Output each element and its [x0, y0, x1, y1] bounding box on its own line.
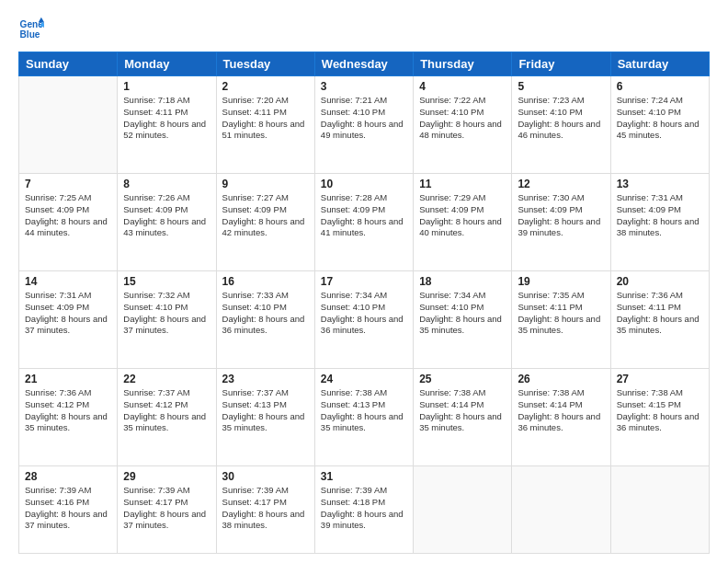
calendar-cell: 8Sunrise: 7:26 AMSunset: 4:09 PMDaylight…	[118, 173, 216, 270]
calendar-cell: 1Sunrise: 7:18 AMSunset: 4:11 PMDaylight…	[118, 76, 216, 174]
day-info: Sunrise: 7:38 AMSunset: 4:14 PMDaylight:…	[419, 387, 506, 434]
calendar-cell: 11Sunrise: 7:29 AMSunset: 4:09 PMDayligh…	[414, 173, 512, 270]
day-number: 27	[617, 373, 703, 385]
daylight-text: Daylight: 8 hours and38 minutes.	[222, 509, 309, 533]
calendar-cell: 12Sunrise: 7:30 AMSunset: 4:09 PMDayligh…	[512, 173, 610, 270]
day-info: Sunrise: 7:21 AMSunset: 4:10 PMDaylight:…	[321, 95, 407, 142]
day-number: 10	[321, 178, 407, 190]
calendar-cell	[19, 76, 118, 174]
day-number: 29	[123, 470, 210, 483]
sunset-text: Sunset: 4:15 PM	[617, 399, 703, 411]
daylight-text: Daylight: 8 hours and36 minutes.	[617, 411, 703, 435]
day-info: Sunrise: 7:31 AMSunset: 4:09 PMDaylight:…	[617, 192, 703, 239]
day-number: 12	[518, 178, 604, 190]
sunrise-text: Sunrise: 7:29 AM	[419, 192, 506, 204]
day-info: Sunrise: 7:27 AMSunset: 4:09 PMDaylight:…	[222, 192, 309, 239]
sunrise-text: Sunrise: 7:36 AM	[617, 290, 703, 302]
day-number: 11	[419, 178, 506, 190]
sunrise-text: Sunrise: 7:25 AM	[25, 192, 111, 204]
day-number: 31	[321, 470, 407, 483]
daylight-text: Daylight: 8 hours and45 minutes.	[617, 119, 703, 143]
day-number: 19	[518, 275, 604, 288]
daylight-text: Daylight: 8 hours and35 minutes.	[123, 411, 210, 435]
day-info: Sunrise: 7:34 AMSunset: 4:10 PMDaylight:…	[321, 290, 407, 337]
calendar-cell: 30Sunrise: 7:39 AMSunset: 4:17 PMDayligh…	[216, 465, 314, 553]
calendar-cell: 28Sunrise: 7:39 AMSunset: 4:16 PMDayligh…	[19, 465, 118, 553]
day-info: Sunrise: 7:24 AMSunset: 4:10 PMDaylight:…	[617, 95, 703, 142]
sunrise-text: Sunrise: 7:37 AM	[123, 387, 210, 399]
svg-text:Blue: Blue	[20, 29, 40, 40]
daylight-text: Daylight: 8 hours and49 minutes.	[321, 119, 407, 143]
page: General Blue SundayMondayTuesdayWednesda…	[0, 0, 728, 563]
daylight-text: Daylight: 8 hours and52 minutes.	[123, 119, 210, 143]
day-number: 28	[25, 470, 111, 483]
day-info: Sunrise: 7:36 AMSunset: 4:11 PMDaylight:…	[617, 290, 703, 337]
daylight-text: Daylight: 8 hours and39 minutes.	[518, 216, 604, 240]
sunset-text: Sunset: 4:10 PM	[123, 302, 210, 314]
week-row-1: 1Sunrise: 7:18 AMSunset: 4:11 PMDaylight…	[19, 76, 710, 174]
day-number: 18	[419, 275, 506, 288]
week-row-2: 7Sunrise: 7:25 AMSunset: 4:09 PMDaylight…	[19, 173, 710, 270]
sunrise-text: Sunrise: 7:39 AM	[321, 485, 407, 497]
sunrise-text: Sunrise: 7:32 AM	[123, 290, 210, 302]
daylight-text: Daylight: 8 hours and35 minutes.	[222, 411, 309, 435]
sunrise-text: Sunrise: 7:20 AM	[222, 95, 309, 107]
calendar-cell	[512, 465, 610, 553]
calendar-cell: 24Sunrise: 7:38 AMSunset: 4:13 PMDayligh…	[314, 368, 413, 465]
calendar-cell: 18Sunrise: 7:34 AMSunset: 4:10 PMDayligh…	[414, 270, 512, 368]
day-info: Sunrise: 7:18 AMSunset: 4:11 PMDaylight:…	[123, 95, 210, 142]
day-info: Sunrise: 7:39 AMSunset: 4:17 PMDaylight:…	[222, 485, 309, 532]
daylight-text: Daylight: 8 hours and51 minutes.	[222, 119, 309, 143]
day-info: Sunrise: 7:28 AMSunset: 4:09 PMDaylight:…	[321, 192, 407, 239]
day-info: Sunrise: 7:26 AMSunset: 4:09 PMDaylight:…	[123, 192, 210, 239]
day-number: 9	[222, 178, 309, 190]
day-info: Sunrise: 7:36 AMSunset: 4:12 PMDaylight:…	[25, 387, 111, 434]
day-info: Sunrise: 7:39 AMSunset: 4:17 PMDaylight:…	[123, 485, 210, 532]
daylight-text: Daylight: 8 hours and36 minutes.	[321, 314, 407, 338]
calendar-cell: 31Sunrise: 7:39 AMSunset: 4:18 PMDayligh…	[314, 465, 413, 553]
sunrise-text: Sunrise: 7:27 AM	[222, 192, 309, 204]
sunset-text: Sunset: 4:13 PM	[321, 399, 407, 411]
weekday-header-sunday: Sunday	[19, 52, 118, 76]
day-number: 3	[321, 80, 407, 93]
logo: General Blue	[18, 17, 50, 42]
sunset-text: Sunset: 4:09 PM	[222, 204, 309, 216]
day-info: Sunrise: 7:38 AMSunset: 4:15 PMDaylight:…	[617, 387, 703, 434]
sunset-text: Sunset: 4:10 PM	[419, 302, 506, 314]
calendar-cell: 29Sunrise: 7:39 AMSunset: 4:17 PMDayligh…	[118, 465, 216, 553]
sunrise-text: Sunrise: 7:26 AM	[123, 192, 210, 204]
calendar-cell: 4Sunrise: 7:22 AMSunset: 4:10 PMDaylight…	[414, 76, 512, 174]
weekday-header-thursday: Thursday	[414, 52, 512, 76]
sunrise-text: Sunrise: 7:18 AM	[123, 95, 210, 107]
sunrise-text: Sunrise: 7:34 AM	[419, 290, 506, 302]
day-number: 23	[222, 373, 309, 385]
sunrise-text: Sunrise: 7:36 AM	[25, 387, 111, 399]
sunrise-text: Sunrise: 7:39 AM	[222, 485, 309, 497]
week-row-3: 14Sunrise: 7:31 AMSunset: 4:09 PMDayligh…	[19, 270, 710, 368]
day-number: 30	[222, 470, 309, 483]
day-info: Sunrise: 7:23 AMSunset: 4:10 PMDaylight:…	[518, 95, 604, 142]
sunset-text: Sunset: 4:16 PM	[25, 497, 111, 509]
day-info: Sunrise: 7:38 AMSunset: 4:14 PMDaylight:…	[518, 387, 604, 434]
sunrise-text: Sunrise: 7:21 AM	[321, 95, 407, 107]
daylight-text: Daylight: 8 hours and35 minutes.	[321, 411, 407, 435]
daylight-text: Daylight: 8 hours and36 minutes.	[518, 411, 604, 435]
week-row-5: 28Sunrise: 7:39 AMSunset: 4:16 PMDayligh…	[19, 465, 710, 553]
day-number: 6	[617, 80, 703, 93]
daylight-text: Daylight: 8 hours and36 minutes.	[222, 314, 309, 338]
week-row-4: 21Sunrise: 7:36 AMSunset: 4:12 PMDayligh…	[19, 368, 710, 465]
daylight-text: Daylight: 8 hours and35 minutes.	[518, 314, 604, 338]
calendar-cell: 7Sunrise: 7:25 AMSunset: 4:09 PMDaylight…	[19, 173, 118, 270]
daylight-text: Daylight: 8 hours and41 minutes.	[321, 216, 407, 240]
daylight-text: Daylight: 8 hours and40 minutes.	[419, 216, 506, 240]
day-info: Sunrise: 7:37 AMSunset: 4:13 PMDaylight:…	[222, 387, 309, 434]
day-number: 25	[419, 373, 506, 385]
sunset-text: Sunset: 4:09 PM	[617, 204, 703, 216]
weekday-header-monday: Monday	[118, 52, 216, 76]
day-number: 14	[25, 275, 111, 288]
weekday-header-friday: Friday	[512, 52, 610, 76]
calendar-cell: 6Sunrise: 7:24 AMSunset: 4:10 PMDaylight…	[610, 76, 709, 174]
sunset-text: Sunset: 4:09 PM	[25, 302, 111, 314]
sunrise-text: Sunrise: 7:31 AM	[25, 290, 111, 302]
sunrise-text: Sunrise: 7:38 AM	[617, 387, 703, 399]
